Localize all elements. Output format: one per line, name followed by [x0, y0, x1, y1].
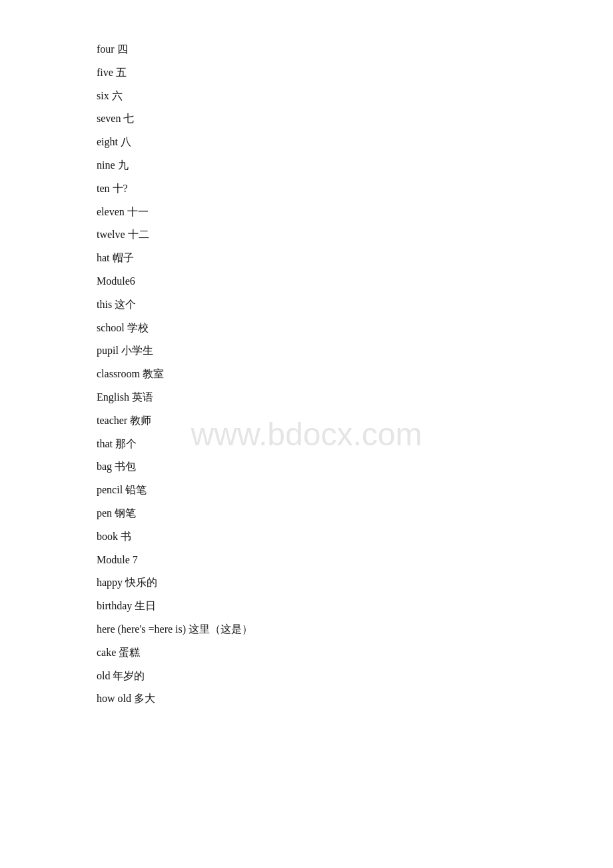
- vocab-item: bag 书包: [97, 457, 516, 477]
- vocab-item: how old 多大: [97, 689, 516, 709]
- vocab-item: five 五: [97, 63, 516, 83]
- vocab-item: Module 7: [97, 551, 516, 570]
- vocab-item: six 六: [97, 87, 516, 106]
- vocab-item: this 这个: [97, 295, 516, 315]
- main-content: four 四five 五six 六seven 七eight 八nine 九ten…: [0, 0, 613, 753]
- vocab-item: Module6: [97, 272, 516, 291]
- vocab-item: eleven 十一: [97, 203, 516, 222]
- vocab-item: teacher 教师: [97, 411, 516, 431]
- vocab-item: happy 快乐的: [97, 573, 516, 593]
- vocab-item: twelve 十二: [97, 225, 516, 245]
- vocab-item: eight 八: [97, 133, 516, 152]
- vocab-item: hat 帽子: [97, 249, 516, 268]
- vocab-item: pen 钢笔: [97, 504, 516, 523]
- vocab-item: book 书: [97, 527, 516, 547]
- vocab-item: that 那个: [97, 435, 516, 454]
- vocab-item: four 四: [97, 40, 516, 59]
- vocab-item: pupil 小学生: [97, 341, 516, 361]
- vocab-item: nine 九: [97, 156, 516, 175]
- vocab-item: old 年岁的: [97, 667, 516, 686]
- vocab-item: birthday 生日: [97, 597, 516, 616]
- vocab-item: here (here's =here is) 这里（这是）: [97, 620, 516, 639]
- vocab-item: classroom 教室: [97, 365, 516, 384]
- vocab-item: English 英语: [97, 388, 516, 407]
- vocab-item: school 学校: [97, 319, 516, 338]
- vocab-item: ten 十?: [97, 179, 516, 199]
- vocab-item: seven 七: [97, 109, 516, 129]
- vocab-item: pencil 铅笔: [97, 481, 516, 500]
- vocab-item: cake 蛋糕: [97, 643, 516, 663]
